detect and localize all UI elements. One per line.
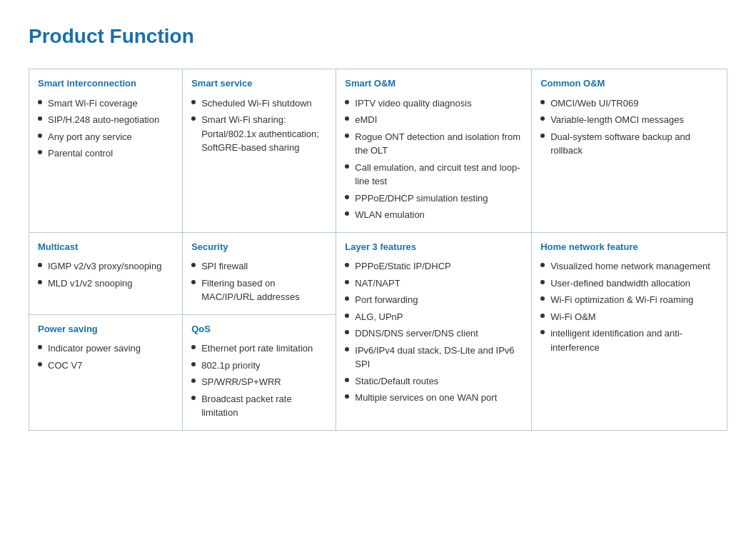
list-item: PPPoE/DHCP simulation testing <box>345 191 523 206</box>
layer3-list: PPPoE/Static IP/DHCP NAT/NAPT Port forwa… <box>345 259 523 405</box>
bullet-icon <box>345 164 349 169</box>
list-item: IPv6/IPv4 dual stack, DS-Lite and IPv6 S… <box>345 344 523 371</box>
bullet-icon <box>540 314 545 318</box>
bullet-icon <box>345 347 349 351</box>
list-item: Parental control <box>38 146 173 161</box>
list-item: IPTV video quality diagnosis <box>345 96 523 111</box>
bullet-icon <box>191 116 196 121</box>
bullet-icon <box>540 134 545 138</box>
list-item: User-defined bandwidth allocation <box>540 276 718 291</box>
cell-header-home-network: Home network feature <box>540 240 718 254</box>
bullet-icon <box>345 100 349 104</box>
list-item: Static/Default routes <box>345 374 523 389</box>
security-list: SPI firewall Filtering based on MAC/IP/U… <box>191 259 327 304</box>
list-item: Call emulation, and circuit test and loo… <box>345 161 523 189</box>
list-item: Ethernet port rate limitation <box>191 341 327 356</box>
list-item: MLD v1/v2 snooping <box>38 276 173 291</box>
list-item: Scheduled Wi-Fi shutdown <box>191 96 327 111</box>
cell-header-smart-interconnection: Smart interconnection <box>38 76 173 91</box>
cell-common-om: Common O&M OMCI/Web UI/TR069 Variable-le… <box>532 69 727 233</box>
cell-smart-service: Smart service Scheduled Wi-Fi shutdown S… <box>183 69 336 233</box>
page-title: Product Function <box>29 21 727 51</box>
list-item: Dual-system software backup and rollback <box>540 130 718 158</box>
list-item: Filtering based on MAC/IP/URL addresses <box>191 276 327 304</box>
cell-smart-interconnection: Smart interconnection Smart Wi-Fi covera… <box>29 69 183 233</box>
cell-header-smart-om: Smart O&M <box>345 76 523 91</box>
list-item: Visualized home network management <box>540 259 718 274</box>
list-item: Wi-Fi optimization & Wi-Fi roaming <box>540 293 718 307</box>
list-item: Multiple services on one WAN port <box>345 391 523 405</box>
list-item: eMDI <box>345 113 523 127</box>
bullet-icon <box>191 362 196 366</box>
cell-header-qos: QoS <box>191 322 327 336</box>
list-item: intelligent identification and anti-inte… <box>540 326 718 354</box>
cell-header-power-saving: Power saving <box>38 322 173 336</box>
bullet-icon <box>345 280 349 284</box>
list-item: Smart Wi-Fi sharing: Portal/802.1x authe… <box>191 113 327 155</box>
bullet-icon <box>345 296 349 301</box>
list-item: ALG, UPnP <box>345 310 523 324</box>
bullet-icon <box>38 362 42 366</box>
bullet-icon <box>345 330 349 334</box>
list-item: OMCI/Web UI/TR069 <box>540 96 718 111</box>
bullet-icon <box>345 263 349 267</box>
list-item: NAT/NAPT <box>345 276 523 291</box>
bullet-icon <box>38 150 42 154</box>
smart-om-list: IPTV video quality diagnosis eMDI Rogue … <box>345 96 523 222</box>
bullet-icon <box>540 116 545 121</box>
list-item: Rogue ONT detection and isolation from t… <box>345 130 523 158</box>
cell-power-saving: Power saving Indicator power saving COC … <box>29 314 183 430</box>
cell-qos: QoS Ethernet port rate limitation 802.1p… <box>183 314 336 430</box>
bullet-icon <box>345 116 349 121</box>
bullet-icon <box>191 379 196 383</box>
smart-interconnection-list: Smart Wi-Fi coverage SIP/H.248 auto-nego… <box>38 96 173 161</box>
bullet-icon <box>540 100 545 104</box>
list-item: WLAN emulation <box>345 208 523 222</box>
bullet-icon <box>540 330 545 334</box>
bullet-icon <box>540 280 545 284</box>
bullet-icon <box>540 296 545 301</box>
cell-multicast: Multicast IGMP v2/v3 proxy/snooping MLD … <box>29 232 183 314</box>
list-item: Port forwarding <box>345 293 523 307</box>
bullet-icon <box>38 100 42 104</box>
list-item: Wi-Fi O&M <box>540 310 718 324</box>
cell-header-common-om: Common O&M <box>540 76 718 91</box>
cell-layer3: Layer 3 features PPPoE/Static IP/DHCP NA… <box>336 232 532 430</box>
list-item: Any port any service <box>38 130 173 144</box>
list-item: Indicator power saving <box>38 341 173 356</box>
table-row-2: Multicast IGMP v2/v3 proxy/snooping MLD … <box>29 232 727 314</box>
bullet-icon <box>38 263 42 267</box>
list-item: Smart Wi-Fi coverage <box>38 96 173 111</box>
list-item: Variable-length OMCI messages <box>540 113 718 127</box>
list-item: 802.1p priority <box>191 359 327 373</box>
bullet-icon <box>345 211 349 216</box>
bullet-icon <box>345 394 349 399</box>
bullet-icon <box>345 134 349 138</box>
cell-header-layer3: Layer 3 features <box>345 240 523 254</box>
product-table: Smart interconnection Smart Wi-Fi covera… <box>29 69 727 431</box>
list-item: IGMP v2/v3 proxy/snooping <box>38 259 173 274</box>
list-item: COC V7 <box>38 359 173 373</box>
bullet-icon <box>38 134 42 138</box>
power-saving-list: Indicator power saving COC V7 <box>38 341 173 372</box>
bullet-icon <box>345 378 349 382</box>
bullet-icon <box>191 263 196 267</box>
bullet-icon <box>345 314 349 318</box>
bullet-icon <box>191 345 196 349</box>
common-om-list: OMCI/Web UI/TR069 Variable-length OMCI m… <box>540 96 718 158</box>
cell-security: Security SPI firewall Filtering based on… <box>183 232 336 314</box>
table-row-1: Smart interconnection Smart Wi-Fi covera… <box>29 69 727 233</box>
list-item: SPI firewall <box>191 259 327 274</box>
list-item: DDNS/DNS server/DNS client <box>345 326 523 341</box>
list-item: SP/WRR/SP+WRR <box>191 375 327 389</box>
smart-service-list: Scheduled Wi-Fi shutdown Smart Wi-Fi sha… <box>191 96 327 155</box>
cell-header-multicast: Multicast <box>38 240 173 254</box>
bullet-icon <box>38 280 42 284</box>
bullet-icon <box>191 100 196 104</box>
bullet-icon <box>38 345 42 349</box>
list-item: PPPoE/Static IP/DHCP <box>345 259 523 274</box>
bullet-icon <box>345 195 349 199</box>
cell-smart-om: Smart O&M IPTV video quality diagnosis e… <box>336 69 532 233</box>
bullet-icon <box>540 263 545 267</box>
multicast-list: IGMP v2/v3 proxy/snooping MLD v1/v2 snoo… <box>38 259 173 290</box>
